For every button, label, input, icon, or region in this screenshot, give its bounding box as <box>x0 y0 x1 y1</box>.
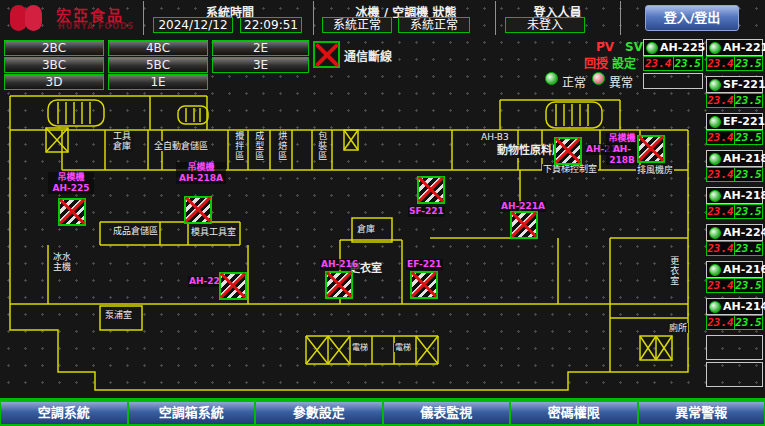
equip-tag-sf-221: SF-221 <box>408 206 445 217</box>
room-label-mold-tool: 模具工具室 <box>190 227 237 237</box>
equip-tag-ef-221: EF-221 <box>406 259 443 270</box>
room-label-freight-lift-control: 下貨梯控制室 <box>542 164 598 174</box>
room-label-mixing: 攪拌區 <box>233 131 245 161</box>
equip-commloss-ah-224[interactable] <box>219 272 247 300</box>
room-label-elevator-2: 電梯 <box>394 343 412 352</box>
room-label-dressing-right: 更衣室 <box>668 256 680 286</box>
equip-commloss-ah-216[interactable] <box>325 271 353 299</box>
room-label-toilet: 廁所 <box>668 323 688 333</box>
equip-commloss-ah-221a[interactable] <box>510 211 538 239</box>
room-label-auto-warehouse: 全自動倉儲區 <box>153 141 209 151</box>
nav-password-authority-button[interactable]: 密碼權限 <box>510 400 638 426</box>
equip-commloss-ef-221[interactable] <box>410 271 438 299</box>
nav-hvac-system-button[interactable]: 空調系統 <box>0 400 128 426</box>
room-label-elevator-1: 電梯 <box>351 343 369 352</box>
nav-instrument-monitor-button[interactable]: 儀表監視 <box>383 400 511 426</box>
room-label-tool-storage: 工具 倉庫 <box>110 131 134 152</box>
room-label-storeroom: 倉庫 <box>356 224 376 234</box>
equip-commloss-ah-225[interactable] <box>58 198 86 226</box>
room-label-forming: 成型區 <box>253 131 265 161</box>
nav-ahu-system-button[interactable]: 空調箱系統 <box>128 400 256 426</box>
bottom-nav-bar: 空調系統 空調箱系統 參數設定 儀表監視 密碼權限 異常警報 <box>0 398 765 426</box>
equip-tag-ah-216: AH-216 <box>320 259 359 270</box>
room-label-pump: 泵浦室 <box>104 310 133 320</box>
room-label-chilled-water: 冰水 主機 <box>52 252 72 273</box>
room-label-packing: 包裝區 <box>316 131 328 161</box>
equip-tag-ah-218a: 吊模機 AH-218A <box>176 162 226 184</box>
room-label-finished-goods: 成品倉儲區 <box>112 226 159 236</box>
equip-commloss-ah-218a[interactable] <box>184 196 212 224</box>
equip-commloss-ah-218b[interactable] <box>637 135 665 163</box>
room-label-exhaust-fan: 排風機房 <box>636 165 674 175</box>
room-label-baking: 烘焙區 <box>276 131 288 161</box>
room-label-ah-b3: AH-B3 <box>480 132 510 142</box>
equip-commloss-ah-214[interactable] <box>554 137 582 165</box>
floor-plan-walls <box>0 0 765 426</box>
equip-commloss-sf-221[interactable] <box>417 176 445 204</box>
equip-tag-ah-225: 吊模機 AH-225 <box>48 172 94 194</box>
nav-parameter-settings-button[interactable]: 參數設定 <box>255 400 383 426</box>
equip-tag-ah-218b: 吊模機 AH-218B <box>606 133 638 165</box>
nav-abnormal-alarm-button[interactable]: 異常警報 <box>638 400 765 426</box>
